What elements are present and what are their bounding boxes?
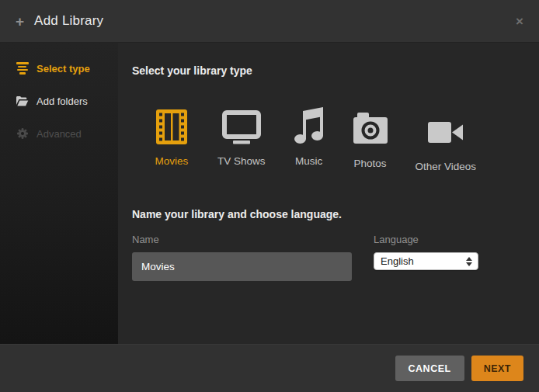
section-title: Select your library type [132,64,539,77]
library-type-label: Movies [155,155,189,167]
sidebar-item-label: Select type [37,63,90,75]
next-button[interactable]: NEXT [471,356,523,381]
close-icon[interactable]: × [516,15,523,28]
library-type-row: Movies TV Shows [153,105,539,172]
library-name-input[interactable] [132,252,352,281]
library-type-label: Other Videos [416,161,477,172]
dialog-body: Select type Add folders [0,43,539,344]
sidebar-item-add-folders[interactable]: Add folders [0,85,118,117]
language-select-value: English [381,255,466,267]
library-type-other-videos[interactable]: Other Videos [416,105,477,172]
sidebar-item-label: Advanced [37,128,82,140]
library-type-movies[interactable]: Movies [153,105,190,172]
library-type-tv-shows[interactable]: TV Shows [217,105,266,172]
sidebar-item-advanced[interactable]: Advanced [0,117,118,150]
dialog-title: Add Library [34,13,103,29]
library-type-label: Music [295,155,322,167]
name-language-row: Name Language English [132,234,539,281]
select-stepper-icon [466,257,472,266]
language-field-label: Language [374,234,478,245]
library-type-photos[interactable]: Photos [353,105,388,172]
music-note-icon [293,105,325,145]
plus-icon: + [16,14,24,29]
main-panel: Select your library type [118,43,539,344]
name-section-title: Name your library and choose language. [132,208,539,220]
language-select[interactable]: English [374,252,478,270]
sidebar-item-select-type[interactable]: Select type [0,52,118,85]
folder-icon [16,95,29,108]
camera-icon [353,105,388,145]
add-library-dialog: + Add Library × Select type Add folders [0,0,539,392]
steps-sidebar: Select type Add folders [0,43,118,344]
library-type-label: Photos [354,158,387,169]
video-camera-icon [427,105,464,145]
language-field-group: Language English [374,234,478,270]
cancel-button[interactable]: CANCEL [395,356,464,381]
dialog-header: + Add Library × [0,0,539,43]
sidebar-item-label: Add folders [37,95,88,107]
filter-lines-icon [16,62,29,75]
library-type-music[interactable]: Music [293,105,325,172]
gear-icon [16,127,29,140]
tv-icon [222,105,261,145]
library-type-label: TV Shows [217,155,266,167]
name-field-label: Name [132,234,352,245]
film-strip-icon [153,105,190,145]
name-field-group: Name [132,234,352,281]
dialog-footer: CANCEL NEXT [0,344,539,392]
